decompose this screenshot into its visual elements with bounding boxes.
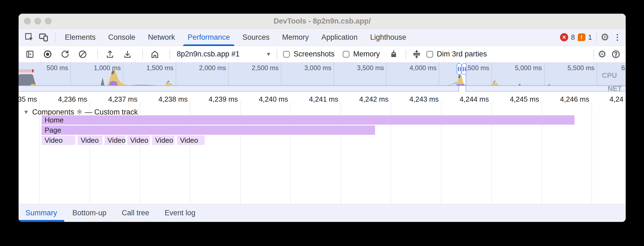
track-span-video[interactable]: Video — [105, 136, 125, 145]
home-icon[interactable] — [149, 49, 160, 60]
devtools-window: DevTools - 8p2n9n.csb.app/ ElementsConso… — [19, 14, 626, 222]
overview-tick-label: 3,500 ms — [324, 64, 384, 72]
collect-garbage-icon[interactable] — [388, 49, 399, 60]
warning-count: 1 — [588, 33, 592, 42]
window-title: DevTools - 8p2n9n.csb.app/ — [19, 17, 626, 25]
clear-icon[interactable] — [77, 49, 88, 60]
issues-badges[interactable]: × 8 ! 1 — [560, 33, 592, 42]
separator — [142, 49, 143, 59]
record-and-reload-icon[interactable] — [60, 49, 71, 60]
track-span-video[interactable]: Video — [177, 136, 205, 145]
track-span-home[interactable]: Home — [42, 115, 575, 125]
memory-checkbox[interactable]: Memory — [343, 50, 380, 58]
tab-performance[interactable]: Performance — [181, 29, 236, 46]
overview-tick-label: 5,500 ms — [535, 64, 594, 72]
download-profile-icon[interactable] — [122, 49, 133, 60]
shrink-timeline-icon[interactable] — [411, 49, 422, 60]
checkbox-box — [343, 51, 349, 58]
record-button[interactable] — [42, 49, 53, 60]
track-span-video[interactable]: Video — [127, 136, 150, 145]
ruler-tick-label: 4,24 — [610, 95, 626, 104]
tab-lighthouse[interactable]: Lighthouse — [364, 29, 413, 46]
bottom-tab-bottom-up[interactable]: Bottom-up — [72, 209, 107, 217]
separator — [406, 49, 406, 59]
track-span-video[interactable]: Video — [152, 136, 175, 145]
inspect-element-icon[interactable] — [24, 32, 34, 42]
collapse-triangle-icon[interactable]: ▼ — [23, 109, 29, 115]
bottom-tabbar: SummaryBottom-upCall treeEvent log — [19, 204, 626, 222]
tab-console[interactable]: Console — [102, 29, 142, 46]
detail-time-ruler: 35 ms4,236 ms4,237 ms4,238 ms4,239 ms4,2… — [19, 92, 626, 107]
bottom-tab-summary[interactable]: Summary — [25, 209, 57, 217]
capture-settings-gear-icon[interactable]: ⚙ — [597, 49, 608, 60]
track-span-video[interactable]: Video — [78, 136, 103, 145]
tab-elements[interactable]: Elements — [59, 29, 102, 46]
help-icon[interactable] — [610, 49, 621, 60]
error-icon: × — [560, 33, 568, 41]
active-bottom-tab-underline — [19, 220, 64, 222]
separator — [596, 32, 597, 42]
warning-icon: ! — [578, 33, 585, 41]
separator — [277, 49, 277, 59]
devtools-tabbar: ElementsConsoleNetworkPerformanceSources… — [19, 29, 626, 46]
overview-tick-label: 5,000 ms — [482, 64, 542, 72]
selection-right-handle[interactable] — [462, 63, 467, 75]
settings-gear-icon[interactable]: ⚙ — [600, 32, 610, 42]
flamechart-gridline — [591, 107, 592, 204]
toggle-sidebar-icon[interactable] — [25, 49, 36, 60]
overview-tick-label: 2,500 ms — [219, 64, 279, 72]
overview-tick-label: 6,0 — [621, 64, 626, 72]
performance-toolbar: 8p2n9n.csb.app #1 ▼ Screenshots Memory — [19, 46, 626, 62]
overview-tick-label: 1,500 ms — [114, 64, 173, 72]
track-span-page[interactable]: Page — [42, 125, 375, 135]
tab-application[interactable]: Application — [315, 29, 364, 46]
device-toolbar-icon[interactable] — [38, 32, 49, 42]
target-selector[interactable]: 8p2n9n.csb.app #1 ▼ — [177, 50, 271, 58]
bottom-tab-event-log[interactable]: Event log — [165, 209, 196, 217]
selection-left-handle[interactable] — [457, 63, 462, 75]
more-options-icon[interactable] — [614, 34, 621, 41]
overview-tick-label: 500 ms — [19, 64, 68, 72]
target-selector-value: 8p2n9n.csb.app #1 — [177, 50, 240, 58]
overview-tick-label: 4,000 ms — [377, 64, 437, 72]
overview-tick-label: 3,000 ms — [272, 64, 331, 72]
timeline-overview[interactable]: 500 ms1,000 ms1,500 ms2,000 ms2,500 ms3,… — [19, 62, 626, 92]
checkbox-box — [283, 51, 290, 58]
flamechart-gridline — [39, 107, 40, 204]
flamechart-area[interactable]: ▼ Components ⚛ — Custom track HomePageVi… — [19, 107, 626, 204]
titlebar: DevTools - 8p2n9n.csb.app/ — [19, 14, 626, 29]
chevron-down-icon: ▼ — [266, 51, 271, 57]
separator — [170, 49, 170, 59]
bottom-tab-call-tree[interactable]: Call tree — [122, 209, 149, 217]
cpu-label: CPU — [602, 71, 617, 80]
dim-3rd-parties-checkbox[interactable]: Dim 3rd parties — [427, 50, 487, 58]
separator — [97, 49, 98, 59]
screenshots-checkbox[interactable]: Screenshots — [283, 50, 335, 58]
overview-tick-label: 2,000 ms — [166, 64, 226, 72]
upload-profile-icon[interactable] — [105, 49, 115, 60]
tab-sources[interactable]: Sources — [236, 29, 276, 46]
tab-network[interactable]: Network — [142, 29, 181, 46]
separator — [55, 32, 56, 42]
error-count: 8 — [571, 33, 575, 42]
separator — [593, 49, 594, 59]
track-span-video[interactable]: Video — [42, 136, 75, 145]
tab-memory[interactable]: Memory — [276, 29, 315, 46]
panel-tabs: ElementsConsoleNetworkPerformanceSources… — [59, 29, 413, 46]
checkbox-box — [427, 51, 433, 58]
net-label: NET — [608, 84, 622, 92]
overview-tick-label: 1,000 ms — [61, 64, 121, 72]
